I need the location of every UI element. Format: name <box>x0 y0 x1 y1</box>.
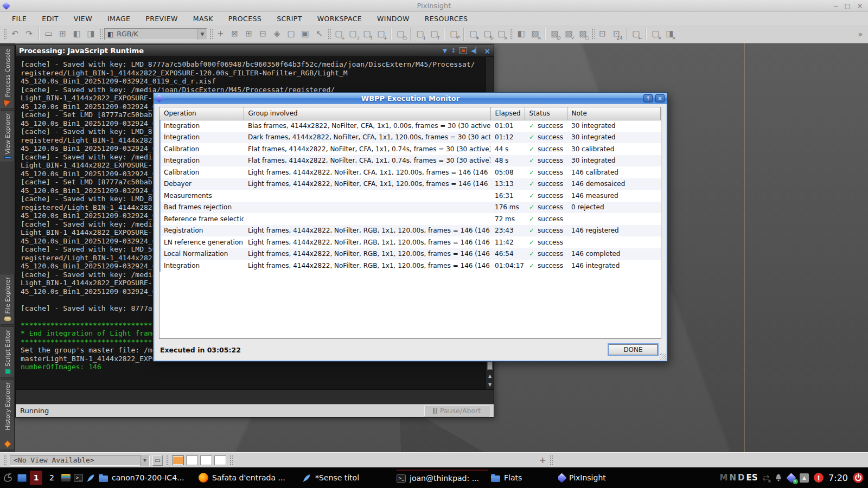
select-cursor-icon[interactable]: ↖ <box>313 28 326 40</box>
toolbar-drag-handle[interactable] <box>549 454 553 466</box>
toolbar-drag-handle[interactable] <box>165 454 169 466</box>
show-desktop-button[interactable] <box>17 474 27 482</box>
menu-script[interactable]: SCRIPT <box>269 13 310 24</box>
sidebar-tab-history-explorer[interactable]: History Explorer <box>1 379 15 450</box>
column-header-elapsed[interactable]: Elapsed <box>490 107 525 120</box>
alert-icon[interactable]: ! <box>814 473 824 483</box>
color-swatch-1[interactable] <box>186 455 198 465</box>
mask-half-icon[interactable]: ◧ <box>515 28 527 40</box>
featherpad-launcher[interactable] <box>86 473 95 483</box>
eject-icon[interactable]: ▲ <box>800 473 809 483</box>
sidebar-tab-script-editor[interactable]: Script Editor <box>1 326 15 377</box>
table-row[interactable]: Bad frames rejection176 ms✓success0 reje… <box>159 202 661 214</box>
task-button-sense-t-tol[interactable]: *Sense títol <box>302 470 393 486</box>
console-titlebar[interactable]: Processing: JavaScript Runtime ▼↕◀▏× <box>16 45 494 57</box>
mask-disable-icon[interactable]: ▨∅ <box>548 28 561 40</box>
pixinsight-updates-icon[interactable]: + <box>788 474 795 481</box>
view-selector[interactable]: <No View Available> ▼ <box>10 455 150 466</box>
power-button[interactable] <box>853 472 864 483</box>
file-stack-launcher[interactable] <box>61 474 71 481</box>
table-row[interactable]: CalibrationLight frames, 4144x2822, NoFi… <box>159 166 661 178</box>
sidebar-tab-view-explorer[interactable]: View Explorer <box>1 110 15 162</box>
menu-preview[interactable]: PREVIEW <box>138 13 185 24</box>
mask-remove-icon[interactable]: ▨× <box>529 28 541 40</box>
color-swatch-3[interactable] <box>214 455 226 465</box>
workspace-button-2[interactable]: 2 <box>46 471 58 485</box>
fit-view-icon[interactable]: ⊠ <box>228 28 241 40</box>
clock[interactable]: 7:20 <box>828 473 848 483</box>
toolbar-overflow-button[interactable]: » <box>856 30 865 38</box>
toolbar-drag-handle[interactable] <box>327 28 331 40</box>
menu-workspace[interactable]: WORKSPACE <box>310 13 369 24</box>
menu-window[interactable]: WINDOW <box>369 13 417 24</box>
table-row[interactable]: IntegrationLight frames, 4144x2822, NoFi… <box>159 260 661 272</box>
task-button-pixinsight[interactable]: PixInsight <box>558 470 633 486</box>
dialog-titlebar[interactable]: WBPP Execution Monitor ↑× <box>154 93 667 104</box>
table-row[interactable]: LN reference generationLight frames, 414… <box>159 236 661 248</box>
table-row[interactable]: RegistrationLight frames, 4144x2822, NoF… <box>159 225 661 237</box>
menu-mask[interactable]: MASK <box>186 13 221 24</box>
table-row[interactable]: IntegrationBias frames, 4144x2822, NoFil… <box>159 120 661 132</box>
toolbar-drag-handle[interactable] <box>99 28 103 40</box>
file-revert-icon[interactable]: ▢↶ <box>448 28 460 40</box>
column-header-operation[interactable]: Operation <box>159 107 244 120</box>
color-swatch-2[interactable] <box>200 455 212 465</box>
center-view-icon[interactable]: + <box>214 28 227 40</box>
workspace-button-1[interactable]: 1 <box>30 471 42 485</box>
dialog-close-button[interactable]: × <box>655 94 665 102</box>
redo-icon[interactable]: ↷ <box>23 28 35 40</box>
mask-show-icon[interactable]: ▨○ <box>577 28 589 40</box>
notifications-bell-icon[interactable] <box>774 473 783 482</box>
console-window-mode-button[interactable] <box>459 47 467 54</box>
window-cursor-icon[interactable]: ▣ <box>299 28 311 40</box>
toolbar-drag-handle[interactable] <box>591 28 595 40</box>
image-up-icon[interactable]: ▢↑ <box>361 28 373 40</box>
maximize-button[interactable]: ▢ <box>845 3 851 9</box>
rename-view-icon[interactable]: ▭ <box>42 28 55 40</box>
table-row[interactable]: Reference frame selection72 ms✓success <box>159 213 661 225</box>
duplicate-right-icon[interactable]: ◨ <box>85 28 97 40</box>
close-button[interactable]: × <box>857 3 863 9</box>
scroll-up-icon[interactable]: ▲ <box>486 372 494 380</box>
menu-file[interactable]: FILE <box>4 13 34 24</box>
toolbar-drag-handle[interactable] <box>3 454 7 466</box>
table-row[interactable]: IntegrationDark frames, 4144x2822, NoFil… <box>159 132 661 144</box>
resize-grip[interactable] <box>660 354 666 359</box>
menu-view[interactable]: VIEW <box>66 13 100 24</box>
column-header-status[interactable]: Status <box>525 107 567 120</box>
toolbar-drag-handle[interactable] <box>509 28 513 40</box>
zoom-fit-icon[interactable]: ⊞ <box>242 28 255 40</box>
screen-24-icon[interactable]: ⊡24 <box>610 28 623 40</box>
task-button-canon70-200-ic4[interactable]: canon70-200-IC4... <box>99 470 195 486</box>
table-row[interactable]: DebayerLight frames, 4144x2822, NoFilter… <box>159 178 661 190</box>
toolbar-drag-handle[interactable] <box>3 28 7 40</box>
file-reload-icon[interactable]: ▢↻ <box>481 28 494 40</box>
duplicate-left-icon[interactable]: ◧ <box>71 28 83 40</box>
dropdown-arrow-icon[interactable]: ▼ <box>140 455 149 466</box>
menu-edit[interactable]: EDIT <box>34 13 66 24</box>
scrollbar-thumb[interactable] <box>487 361 493 370</box>
window-close-all-icon[interactable]: ◨× <box>663 28 676 40</box>
console-float-button[interactable]: ↕ <box>451 48 456 54</box>
new-window-icon[interactable]: ⊞ <box>56 28 69 40</box>
wm-menu-button[interactable] <box>3 473 14 483</box>
table-row[interactable]: IntegrationFlat frames, 4144x2822, NoFil… <box>159 155 661 167</box>
input-switcher-icon[interactable]: ⇄× <box>762 473 769 483</box>
pause-abort-button[interactable]: Pause/Abort <box>424 406 489 416</box>
console-menu-button[interactable]: ▼ <box>443 48 447 54</box>
menu-resources[interactable]: RESOURCES <box>417 13 476 24</box>
scroll-down-icon[interactable]: ▼ <box>486 381 494 389</box>
find-file-icon[interactable]: ▢○ <box>394 28 407 40</box>
sidebar-tab-file-explorer[interactable]: File Explorer <box>1 274 15 325</box>
column-header-note[interactable]: Note <box>567 107 661 120</box>
lock-view-icon[interactable]: ◈ <box>271 28 283 40</box>
console-dock-left-button[interactable]: ◀▏ <box>471 48 480 54</box>
mask-enable-icon[interactable]: ▨✓ <box>563 28 575 40</box>
done-button[interactable]: DONE <box>609 344 658 355</box>
image-mode-select[interactable]: ◧RGB/K▼ <box>104 28 207 40</box>
file-download-icon[interactable]: ▢↓ <box>414 28 426 40</box>
menu-image[interactable]: IMAGE <box>100 13 138 24</box>
dropdown-arrow-icon[interactable]: ▼ <box>197 29 207 40</box>
flat-window-icon[interactable]: ▢ <box>285 28 297 40</box>
view-mode-button[interactable]: ▭ <box>152 455 163 466</box>
